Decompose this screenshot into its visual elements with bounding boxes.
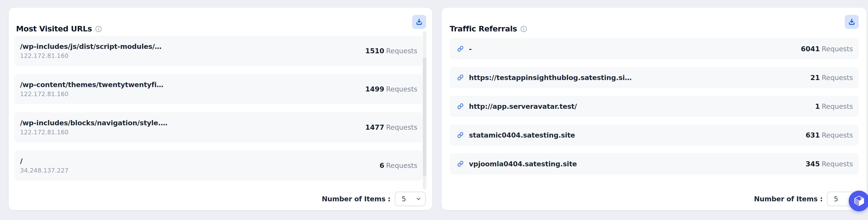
referral-row: http://app.serveravatar.test/ 1 Requests (450, 96, 859, 117)
request-count-unit: Requests (822, 160, 853, 168)
panel-header: Traffic Referrals (450, 24, 527, 33)
download-button[interactable] (412, 15, 426, 29)
link-icon (457, 161, 464, 167)
most-visited-urls-panel: Most Visited URLs /wp-includes/js/dist/s… (9, 8, 432, 210)
request-count-value: 6041 (801, 45, 820, 53)
info-icon[interactable] (520, 25, 527, 33)
request-count: 631 Requests (806, 131, 853, 139)
chevron-down-icon (415, 196, 422, 202)
referrer-text: statamic0404.satesting.site (469, 131, 575, 139)
request-count-value: 1 (815, 102, 820, 110)
request-count-unit: Requests (822, 45, 853, 53)
url-text: /wp-includes/blocks/navigation/style.… (20, 119, 167, 127)
info-icon[interactable] (95, 25, 102, 33)
link-icon (457, 46, 464, 52)
selected-value: 5 (834, 195, 838, 203)
url-text: /wp-includes/js/dist/script-modules/… (20, 43, 162, 51)
panel-footer: Number of Items : 5 (754, 192, 858, 206)
ip-text: 122.172.81.160 (20, 52, 162, 59)
url-text: /wp-content/themes/twentytwentyfi… (20, 81, 163, 89)
request-count: 1499 Requests (365, 85, 417, 93)
link-icon (457, 75, 464, 81)
request-count-unit: Requests (386, 123, 417, 131)
number-of-items-label: Number of Items : (322, 195, 391, 203)
request-count: 21 Requests (810, 74, 853, 82)
request-count: 6 Requests (380, 162, 417, 169)
download-icon (415, 18, 423, 26)
selected-value: 5 (402, 195, 406, 203)
referral-row: https://testappinsighthublog.satesting.s… (450, 67, 859, 88)
referrer-text: vpjoomla0404.satesting.site (469, 160, 577, 168)
request-count-value: 345 (806, 160, 820, 168)
panel-header: Most Visited URLs (16, 24, 102, 33)
items-per-page-select[interactable]: 5 (395, 192, 426, 206)
request-count: 345 Requests (806, 160, 853, 168)
request-count-value: 1499 (365, 85, 384, 93)
url-text: / (20, 157, 68, 165)
url-row: /wp-includes/js/dist/script-modules/… 12… (14, 36, 423, 66)
referrer-text: http://app.serveravatar.test/ (469, 102, 577, 110)
server-widget-button[interactable] (849, 191, 868, 211)
request-count-value: 1510 (365, 47, 384, 55)
number-of-items-label: Number of Items : (754, 195, 823, 203)
ip-text: 122.172.81.160 (20, 90, 163, 98)
download-button[interactable] (845, 15, 859, 29)
request-count-unit: Requests (386, 85, 417, 93)
download-icon (848, 18, 856, 26)
referrer-text: https://testappinsighthublog.satesting.s… (469, 74, 631, 82)
request-count-unit: Requests (822, 102, 853, 110)
referral-row: - 6041 Requests (450, 38, 859, 59)
ip-text: 34.248.137.227 (20, 167, 68, 174)
request-count-unit: Requests (822, 131, 853, 139)
referrer-text: - (469, 45, 472, 53)
url-list: /wp-includes/js/dist/script-modules/… 12… (14, 36, 423, 181)
panel-title: Traffic Referrals (450, 24, 517, 33)
ip-text: 122.172.81.160 (20, 129, 167, 136)
request-count-value: 1477 (365, 123, 384, 131)
request-count-unit: Requests (386, 162, 417, 169)
request-count: 1477 Requests (365, 123, 417, 131)
request-count: 1510 Requests (365, 47, 417, 55)
request-count-unit: Requests (386, 47, 417, 55)
panel-title: Most Visited URLs (16, 24, 92, 33)
scrollbar-thumb[interactable] (423, 57, 426, 176)
link-icon (457, 132, 464, 138)
url-row: /wp-content/themes/twentytwentyfi… 122.1… (14, 74, 423, 104)
request-count-value: 631 (806, 131, 820, 139)
referral-list: - 6041 Requests https://testappinsigh (450, 38, 859, 174)
request-count-value: 6 (380, 162, 384, 169)
panel-footer: Number of Items : 5 (322, 192, 426, 206)
referral-row: vpjoomla0404.satesting.site 345 Requests (450, 153, 859, 174)
server-cube-icon (853, 195, 866, 208)
request-count: 1 Requests (815, 102, 853, 110)
request-count-unit: Requests (822, 74, 853, 82)
request-count-value: 21 (810, 74, 820, 82)
referral-row: statamic0404.satesting.site 631 Requests (450, 125, 859, 145)
link-icon (457, 103, 464, 109)
request-count: 6041 Requests (801, 45, 853, 53)
url-row: /wp-includes/blocks/navigation/style.… 1… (14, 112, 423, 142)
scrollbar-track[interactable] (423, 31, 426, 189)
traffic-referrals-panel: Traffic Referrals (442, 8, 867, 210)
url-row: / 34.248.137.227 6 Requests (14, 150, 423, 181)
